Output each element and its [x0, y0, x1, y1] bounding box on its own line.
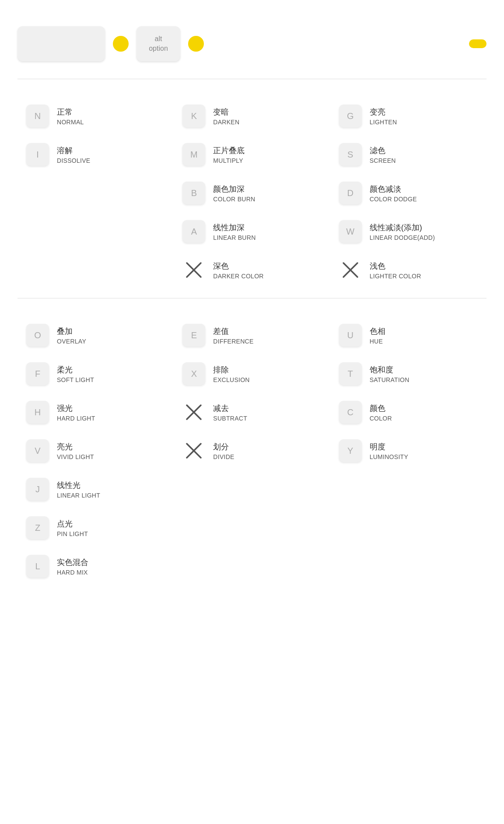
blend-grid-2: O 叠加 OVERLAY E 差值 DIFFERENCE U 色相 HUE F …: [18, 312, 486, 590]
blend-zh: 线性加深: [213, 222, 256, 233]
key-icon: J: [26, 478, 49, 501]
key-icon: K: [182, 105, 205, 127]
blend-item: X 排除 EXCLUSION: [174, 354, 330, 393]
blend-zh: 正常: [57, 107, 84, 117]
blend-item: H 强光 HARD LIGHT: [18, 393, 174, 431]
blend-item: N 正常 NORMAL: [18, 97, 174, 135]
blend-en: COLOR BURN: [213, 196, 255, 203]
blend-zh: 线性光: [57, 480, 100, 491]
key-icon: Z: [26, 516, 49, 539]
blend-en: SUBTRACT: [213, 415, 247, 422]
blend-label: 划分 DIVIDE: [213, 442, 234, 460]
blend-zh: 溶解: [57, 145, 90, 156]
blend-en: SATURATION: [370, 376, 410, 383]
blend-zh: 变暗: [213, 107, 239, 117]
blend-label: 颜色减淡 COLOR DODGE: [370, 184, 417, 203]
blend-item: J 线性光 LINEAR LIGHT: [18, 470, 174, 508]
blend-label: 实色混合 HARD MIX: [57, 557, 88, 576]
blend-en: DIFFERENCE: [213, 338, 253, 345]
section-1: N 正常 NORMAL K 变暗 DARKEN G 变亮 LIGHTEN I 溶…: [18, 92, 486, 294]
plus-2: [188, 36, 204, 52]
divider-2: [18, 298, 486, 298]
blend-label: 线性减淡(添加) LINEAR DODGE(ADD): [370, 222, 435, 241]
key-icon: A: [182, 220, 205, 243]
blend-label: 浅色 LIGHTER COLOR: [370, 261, 421, 280]
key-icon: I: [26, 143, 49, 166]
blend-label: 强光 HARD LIGHT: [57, 403, 95, 422]
blend-zh: 点光: [57, 519, 88, 529]
blend-zh: 亮光: [57, 442, 94, 452]
key-icon: U: [339, 324, 362, 347]
blend-item: A 线性加深 LINEAR BURN: [174, 212, 330, 251]
blend-item: K 变暗 DARKEN: [174, 97, 330, 135]
blend-label: 溶解 DISSOLIVE: [57, 145, 90, 164]
key-icon: H: [26, 401, 49, 424]
blend-label: 排除 EXCLUSION: [213, 365, 249, 383]
blend-item: C 颜色 COLOR: [330, 393, 486, 431]
blend-en: OVERLAY: [57, 338, 86, 345]
blend-en: SOFT LIGHT: [57, 376, 94, 383]
x-icon: [182, 439, 205, 462]
blend-en: HUE: [370, 338, 385, 345]
blend-label: 线性加深 LINEAR BURN: [213, 222, 256, 241]
key-icon: W: [339, 220, 362, 243]
blend-zh: 颜色加深: [213, 184, 255, 194]
blend-en: DIVIDE: [213, 453, 234, 460]
alt-label: alt option: [149, 34, 168, 54]
blend-label: 滤色 SCREEN: [370, 145, 396, 164]
blend-item: I 溶解 DISSOLIVE: [18, 135, 174, 174]
key-icon: O: [26, 324, 49, 347]
blend-zh: 叠加: [57, 326, 86, 337]
blend-item: F 柔光 SOFT LIGHT: [18, 354, 174, 393]
blend-label: 深色 DARKER COLOR: [213, 261, 263, 280]
blend-label: 变暗 DARKEN: [213, 107, 239, 126]
blend-item: S 滤色 SCREEN: [330, 135, 486, 174]
blend-zh: 线性减淡(添加): [370, 222, 435, 233]
blend-item: 划分 DIVIDE: [174, 431, 330, 470]
blend-label: 变亮 LIGHTEN: [370, 107, 397, 126]
blend-item: T 饱和度 SATURATION: [330, 354, 486, 393]
blend-label: 线性光 LINEAR LIGHT: [57, 480, 100, 499]
blend-zh: 滤色: [370, 145, 396, 156]
blend-label: 柔光 SOFT LIGHT: [57, 365, 94, 383]
blend-en: DARKER COLOR: [213, 273, 263, 280]
blend-grid-1: N 正常 NORMAL K 变暗 DARKEN G 变亮 LIGHTEN I 溶…: [18, 92, 486, 294]
blend-label: 点光 PIN LIGHT: [57, 519, 88, 537]
alt-option-key: alt option: [136, 26, 180, 61]
blend-en: LINEAR BURN: [213, 234, 256, 241]
blend-en: EXCLUSION: [213, 376, 249, 383]
blend-zh: 划分: [213, 442, 234, 452]
key-icon: S: [339, 143, 362, 166]
key-icon: C: [339, 401, 362, 424]
blend-zh: 强光: [57, 403, 95, 414]
blend-en: LINEAR DODGE(ADD): [370, 234, 435, 241]
key-icon: G: [339, 105, 362, 127]
key-icon: V: [26, 439, 49, 462]
blend-zh: 排除: [213, 365, 249, 375]
blend-zh: 明度: [370, 442, 408, 452]
blend-item: W 线性减淡(添加) LINEAR DODGE(ADD): [330, 212, 486, 251]
blend-item: D 颜色减淡 COLOR DODGE: [330, 174, 486, 212]
blend-en: DARKEN: [213, 119, 239, 126]
blend-en: COLOR DODGE: [370, 196, 417, 203]
key-icon: F: [26, 362, 49, 385]
blend-label: 差值 DIFFERENCE: [213, 326, 253, 345]
key-icon: N: [26, 105, 49, 127]
blend-zh: 颜色减淡: [370, 184, 417, 194]
blend-en: LIGHTER COLOR: [370, 273, 421, 280]
key-icon: T: [339, 362, 362, 385]
section-2: O 叠加 OVERLAY E 差值 DIFFERENCE U 色相 HUE F …: [18, 312, 486, 590]
blend-item: V 亮光 VIVID LIGHT: [18, 431, 174, 470]
plus-1: [113, 36, 129, 52]
blend-label: 正片叠底 MULTIPLY: [213, 145, 245, 164]
blend-item: 深色 DARKER COLOR: [174, 251, 330, 289]
key-icon: Y: [339, 439, 362, 462]
blend-en: LUMINOSITY: [370, 453, 408, 460]
blend-label: 颜色加深 COLOR BURN: [213, 184, 255, 203]
blend-label: 亮光 VIVID LIGHT: [57, 442, 94, 460]
blend-label: 叠加 OVERLAY: [57, 326, 86, 345]
blend-en: LINEAR LIGHT: [57, 492, 100, 499]
blend-zh: 实色混合: [57, 557, 88, 568]
blend-zh: 颜色: [370, 403, 392, 414]
key-icon: D: [339, 182, 362, 204]
